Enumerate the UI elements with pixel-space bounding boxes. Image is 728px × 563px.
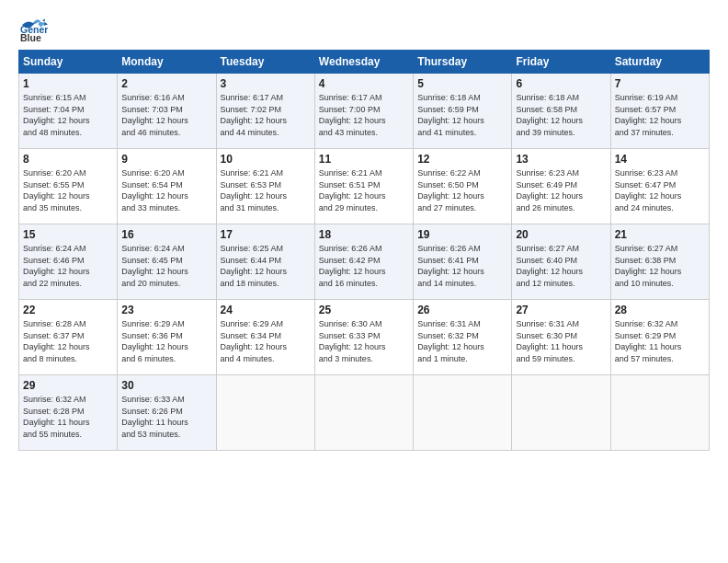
calendar-cell xyxy=(610,375,709,451)
calendar-cell: 27Sunrise: 6:31 AM Sunset: 6:30 PM Dayli… xyxy=(512,300,610,375)
day-number: 15 xyxy=(23,228,113,241)
calendar-cell xyxy=(414,375,512,451)
calendar-page: General Blue xyxy=(0,0,728,563)
calendar-cell: 17Sunrise: 6:25 AM Sunset: 6:44 PM Dayli… xyxy=(216,224,314,300)
day-number: 24 xyxy=(221,304,311,316)
day-number: 10 xyxy=(221,153,311,166)
day-number: 13 xyxy=(516,153,606,166)
day-number: 14 xyxy=(615,153,705,166)
calendar-cell: 9Sunrise: 6:20 AM Sunset: 6:54 PM Daylig… xyxy=(118,149,216,224)
weekday-header-tuesday: Tuesday xyxy=(216,51,314,74)
day-number: 7 xyxy=(615,77,705,90)
calendar-cell: 15Sunrise: 6:24 AM Sunset: 6:46 PM Dayli… xyxy=(19,224,118,300)
calendar-header: SundayMondayTuesdayWednesdayThursdayFrid… xyxy=(19,51,710,74)
day-number: 3 xyxy=(221,77,311,90)
day-info: Sunrise: 6:21 AM Sunset: 6:51 PM Dayligh… xyxy=(319,167,409,213)
calendar-cell: 29Sunrise: 6:32 AM Sunset: 6:28 PM Dayli… xyxy=(19,375,118,451)
calendar-body: 1Sunrise: 6:15 AM Sunset: 7:04 PM Daylig… xyxy=(19,74,710,451)
weekday-header-monday: Monday xyxy=(118,51,216,74)
day-info: Sunrise: 6:25 AM Sunset: 6:44 PM Dayligh… xyxy=(221,243,311,289)
calendar-cell: 12Sunrise: 6:22 AM Sunset: 6:50 PM Dayli… xyxy=(414,149,512,224)
day-number: 8 xyxy=(23,153,113,166)
calendar-cell xyxy=(216,375,314,451)
calendar-cell: 7Sunrise: 6:19 AM Sunset: 6:57 PM Daylig… xyxy=(610,74,709,149)
calendar-week-1: 1Sunrise: 6:15 AM Sunset: 7:04 PM Daylig… xyxy=(19,74,710,149)
day-info: Sunrise: 6:19 AM Sunset: 6:57 PM Dayligh… xyxy=(615,92,705,138)
day-number: 23 xyxy=(121,304,211,316)
logo: General Blue xyxy=(18,18,48,39)
day-info: Sunrise: 6:17 AM Sunset: 7:00 PM Dayligh… xyxy=(319,92,409,138)
day-info: Sunrise: 6:26 AM Sunset: 6:42 PM Dayligh… xyxy=(319,243,409,289)
day-number: 12 xyxy=(417,153,507,166)
day-info: Sunrise: 6:18 AM Sunset: 6:58 PM Dayligh… xyxy=(516,92,606,138)
calendar-week-2: 8Sunrise: 6:20 AM Sunset: 6:55 PM Daylig… xyxy=(19,149,710,224)
day-number: 4 xyxy=(319,77,409,90)
calendar-cell: 21Sunrise: 6:27 AM Sunset: 6:38 PM Dayli… xyxy=(610,224,709,300)
day-number: 29 xyxy=(23,379,113,392)
day-info: Sunrise: 6:16 AM Sunset: 7:03 PM Dayligh… xyxy=(121,92,211,138)
day-number: 6 xyxy=(516,77,606,90)
day-info: Sunrise: 6:24 AM Sunset: 6:45 PM Dayligh… xyxy=(121,243,211,289)
calendar-cell: 20Sunrise: 6:27 AM Sunset: 6:40 PM Dayli… xyxy=(512,224,610,300)
day-info: Sunrise: 6:20 AM Sunset: 6:55 PM Dayligh… xyxy=(23,167,113,213)
day-number: 9 xyxy=(121,153,211,166)
day-info: Sunrise: 6:18 AM Sunset: 6:59 PM Dayligh… xyxy=(417,92,507,138)
calendar-cell: 14Sunrise: 6:23 AM Sunset: 6:47 PM Dayli… xyxy=(610,149,709,224)
day-info: Sunrise: 6:21 AM Sunset: 6:53 PM Dayligh… xyxy=(221,167,311,213)
calendar-cell xyxy=(512,375,610,451)
day-number: 25 xyxy=(319,304,409,316)
weekday-header-row: SundayMondayTuesdayWednesdayThursdayFrid… xyxy=(19,51,710,74)
calendar-cell: 13Sunrise: 6:23 AM Sunset: 6:49 PM Dayli… xyxy=(512,149,610,224)
day-info: Sunrise: 6:20 AM Sunset: 6:54 PM Dayligh… xyxy=(121,167,211,213)
day-info: Sunrise: 6:27 AM Sunset: 6:40 PM Dayligh… xyxy=(516,243,606,289)
day-info: Sunrise: 6:27 AM Sunset: 6:38 PM Dayligh… xyxy=(615,243,705,289)
calendar-cell: 23Sunrise: 6:29 AM Sunset: 6:36 PM Dayli… xyxy=(118,300,216,375)
calendar-cell xyxy=(314,375,413,451)
day-number: 19 xyxy=(417,228,507,241)
calendar-cell: 28Sunrise: 6:32 AM Sunset: 6:29 PM Dayli… xyxy=(610,300,709,375)
day-info: Sunrise: 6:26 AM Sunset: 6:41 PM Dayligh… xyxy=(417,243,507,289)
calendar-cell: 24Sunrise: 6:29 AM Sunset: 6:34 PM Dayli… xyxy=(216,300,314,375)
calendar-cell: 10Sunrise: 6:21 AM Sunset: 6:53 PM Dayli… xyxy=(216,149,314,224)
day-number: 1 xyxy=(23,77,113,90)
calendar-cell: 19Sunrise: 6:26 AM Sunset: 6:41 PM Dayli… xyxy=(414,224,512,300)
calendar-week-5: 29Sunrise: 6:32 AM Sunset: 6:28 PM Dayli… xyxy=(19,375,710,451)
day-info: Sunrise: 6:31 AM Sunset: 6:32 PM Dayligh… xyxy=(417,318,507,364)
day-info: Sunrise: 6:24 AM Sunset: 6:46 PM Dayligh… xyxy=(23,243,113,289)
day-info: Sunrise: 6:15 AM Sunset: 7:04 PM Dayligh… xyxy=(23,92,113,138)
calendar-cell: 3Sunrise: 6:17 AM Sunset: 7:02 PM Daylig… xyxy=(216,74,314,149)
day-number: 20 xyxy=(516,228,606,241)
weekday-header-wednesday: Wednesday xyxy=(314,51,413,74)
day-info: Sunrise: 6:31 AM Sunset: 6:30 PM Dayligh… xyxy=(516,318,606,364)
weekday-header-saturday: Saturday xyxy=(610,51,709,74)
day-number: 5 xyxy=(417,77,507,90)
day-number: 2 xyxy=(121,77,211,90)
day-info: Sunrise: 6:23 AM Sunset: 6:47 PM Dayligh… xyxy=(615,167,705,213)
calendar-cell: 30Sunrise: 6:33 AM Sunset: 6:26 PM Dayli… xyxy=(118,375,216,451)
day-number: 11 xyxy=(319,153,409,166)
day-info: Sunrise: 6:33 AM Sunset: 6:26 PM Dayligh… xyxy=(121,394,211,440)
calendar-week-4: 22Sunrise: 6:28 AM Sunset: 6:37 PM Dayli… xyxy=(19,300,710,375)
day-number: 26 xyxy=(417,304,507,316)
day-number: 30 xyxy=(121,379,211,392)
logo-content: General Blue xyxy=(18,18,48,39)
day-number: 21 xyxy=(615,228,705,241)
day-info: Sunrise: 6:29 AM Sunset: 6:36 PM Dayligh… xyxy=(121,318,211,364)
day-info: Sunrise: 6:17 AM Sunset: 7:02 PM Dayligh… xyxy=(221,92,311,138)
weekday-header-thursday: Thursday xyxy=(414,51,512,74)
calendar-cell: 2Sunrise: 6:16 AM Sunset: 7:03 PM Daylig… xyxy=(118,74,216,149)
day-number: 17 xyxy=(221,228,311,241)
day-info: Sunrise: 6:29 AM Sunset: 6:34 PM Dayligh… xyxy=(221,318,311,364)
bird-icon xyxy=(20,17,40,36)
weekday-header-friday: Friday xyxy=(512,51,610,74)
calendar-cell: 18Sunrise: 6:26 AM Sunset: 6:42 PM Dayli… xyxy=(314,224,413,300)
calendar-cell: 1Sunrise: 6:15 AM Sunset: 7:04 PM Daylig… xyxy=(19,74,118,149)
calendar-cell: 16Sunrise: 6:24 AM Sunset: 6:45 PM Dayli… xyxy=(118,224,216,300)
calendar-cell: 26Sunrise: 6:31 AM Sunset: 6:32 PM Dayli… xyxy=(414,300,512,375)
day-info: Sunrise: 6:23 AM Sunset: 6:49 PM Dayligh… xyxy=(516,167,606,213)
day-number: 16 xyxy=(121,228,211,241)
calendar-cell: 5Sunrise: 6:18 AM Sunset: 6:59 PM Daylig… xyxy=(414,74,512,149)
day-info: Sunrise: 6:22 AM Sunset: 6:50 PM Dayligh… xyxy=(417,167,507,213)
calendar-cell: 11Sunrise: 6:21 AM Sunset: 6:51 PM Dayli… xyxy=(314,149,413,224)
header: General Blue xyxy=(18,18,710,39)
